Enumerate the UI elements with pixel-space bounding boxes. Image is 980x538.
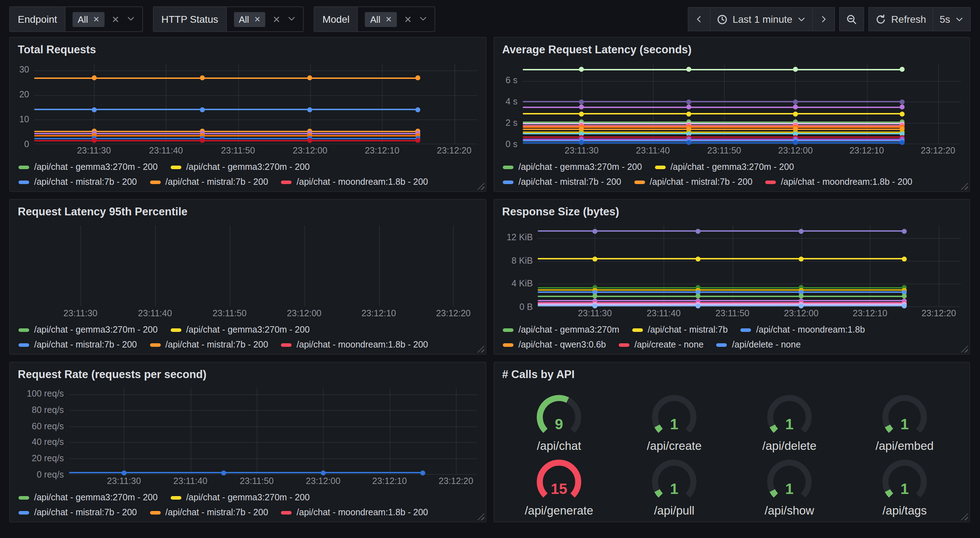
gauge-arc: 15 <box>528 453 590 505</box>
data-point <box>695 229 700 233</box>
legend-item[interactable]: /api/chat - gemma3:270m - 200 <box>19 162 158 172</box>
refresh-label: Refresh <box>891 14 926 25</box>
legend-item[interactable]: /api/chat - mistral:7b - 200 <box>150 177 268 187</box>
legend-item[interactable]: /api/chat - moondream:1.8b - 200 <box>281 340 428 350</box>
panel-title[interactable]: # Calls by API <box>494 362 969 381</box>
legend-item[interactable]: /api/chat - gemma3:270m - 200 <box>170 492 309 503</box>
legend-marker <box>619 343 629 346</box>
panel-title[interactable]: Request Latency 95th Percentile <box>10 200 486 218</box>
time-shift-forward-button[interactable] <box>813 7 835 31</box>
chevron-left-icon <box>695 15 703 24</box>
filter-value: All✕✕ <box>227 7 303 31</box>
gridline <box>732 225 733 306</box>
filter-selected-chip[interactable]: All✕ <box>73 12 105 27</box>
chevron-down-icon[interactable] <box>419 13 427 25</box>
legend-label: /api/chat - moondream:1.8b <box>756 325 865 335</box>
gauge-label: /api/tags <box>883 504 927 517</box>
remove-value-icon[interactable]: ✕ <box>254 14 260 24</box>
gridline <box>870 225 871 306</box>
legend-label: /api/chat - moondream:1.8b - 200 <box>781 177 912 187</box>
chevron-down-icon[interactable] <box>288 13 296 25</box>
legend-item[interactable]: /api/chat - moondream:1.8b - 200 <box>765 177 912 187</box>
x-axis-label: 23:12:20 <box>436 308 471 318</box>
x-axis-label: 23:11:50 <box>221 146 255 156</box>
x-axis-label: 23:12:10 <box>365 146 399 156</box>
dashboard-toolbar: EndpointAll✕✕HTTP StatusAll✕✕ModelAll✕✕ … <box>9 7 971 31</box>
legend-marker <box>765 180 776 184</box>
legend-item[interactable]: /api/chat - gemma3:270m - 200 <box>170 162 309 172</box>
legend-item[interactable]: /api/chat - mistral:7b - 200 <box>150 508 268 517</box>
legend-item[interactable]: /api/chat - mistral:7b - 200 <box>19 177 137 187</box>
gridline <box>323 388 324 474</box>
data-point <box>900 100 905 105</box>
clear-filter-icon[interactable]: ✕ <box>404 14 412 24</box>
legend-item[interactable]: /api/chat - mistral:7b - 200 <box>503 177 621 187</box>
gridline <box>538 284 961 284</box>
data-point <box>199 107 204 112</box>
legend-marker <box>19 343 29 346</box>
legend-item[interactable]: /api/chat - qwen3:0.6b <box>503 340 606 350</box>
legend-item[interactable]: /api/chat - mistral:7b - 200 <box>634 177 752 187</box>
legend-item[interactable]: /api/chat - gemma3:270m - 200 <box>655 162 794 172</box>
legend-item[interactable]: /api/chat - moondream:1.8b - 200 <box>281 508 428 517</box>
time-shift-back-button[interactable] <box>688 7 711 31</box>
legend-item[interactable]: /api/chat - mistral:7b <box>632 325 728 335</box>
remove-value-icon[interactable]: ✕ <box>93 14 99 24</box>
zoom-out-button[interactable] <box>839 7 864 31</box>
data-point <box>900 105 905 110</box>
zoom-out-icon <box>846 14 857 24</box>
filter-selected-chip[interactable]: All✕ <box>234 12 266 27</box>
gridline <box>69 410 477 411</box>
y-axis-label: 40 req/s <box>17 437 64 448</box>
panel-title[interactable]: Request Rate (requests per second) <box>10 362 486 381</box>
gauge-fill <box>888 426 891 431</box>
refresh-interval-button[interactable]: 5s <box>933 7 971 31</box>
chevron-down-icon[interactable] <box>127 13 135 25</box>
data-point <box>308 75 313 80</box>
legend-item[interactable]: /api/chat - mistral:7b - 200 <box>150 340 268 350</box>
legend-item[interactable]: /api/delete - none <box>716 340 801 350</box>
legend-marker <box>170 496 181 499</box>
legend-item[interactable]: /api/chat - moondream:1.8b <box>741 325 865 335</box>
legend-item[interactable]: /api/chat - gemma3:270m - 200 <box>19 492 158 503</box>
legend-item[interactable]: /api/chat - moondream:1.8b - 200 <box>281 177 428 187</box>
legend-item[interactable]: /api/chat - gemma3:270m <box>503 325 619 335</box>
x-axis-label: 23:12:10 <box>361 308 396 318</box>
panel-total-requests: Total Requests010203023:11:3023:11:4023:… <box>9 37 487 192</box>
plot-area-wrap: 0 s2 s4 s6 s <box>501 62 962 144</box>
gauge-api-embed: 1/api/embed <box>847 388 962 453</box>
legend-marker <box>503 343 514 346</box>
remove-value-icon[interactable]: ✕ <box>385 14 392 24</box>
x-axis-label: 23:11:50 <box>213 308 247 318</box>
filter-selected-chip[interactable]: All✕ <box>365 12 397 27</box>
gridline <box>390 388 390 474</box>
legend-row: /api/chat - mistral:7b - 200/api/chat - … <box>19 340 479 350</box>
clear-filter-icon[interactable]: ✕ <box>273 14 280 24</box>
legend-item[interactable]: /api/chat - gemma3:270m - 200 <box>19 325 158 335</box>
legend-label: /api/chat - qwen3:0.6b <box>519 340 606 350</box>
panel-title[interactable]: Total Requests <box>10 38 486 56</box>
x-axis-label: 23:11:30 <box>565 146 598 156</box>
clear-filter-icon[interactable]: ✕ <box>111 14 119 24</box>
legend-item[interactable]: /api/create - none <box>619 340 704 350</box>
time-range-button[interactable]: Last 1 minute <box>711 7 813 31</box>
legend-item[interactable]: /api/chat - gemma3:270m - 200 <box>503 162 642 172</box>
legend-item[interactable]: /api/chat - mistral:7b - 200 <box>19 508 137 517</box>
legend-item[interactable]: /api/chat - mistral:7b - 200 <box>19 340 137 350</box>
legend-item[interactable]: /api/chat - gemma3:270m - 200 <box>170 325 309 335</box>
gridline <box>69 427 477 427</box>
legend-marker <box>150 511 161 514</box>
x-axis-label: 23:11:30 <box>63 308 97 318</box>
y-axis-label: 20 <box>17 89 29 100</box>
x-axis-label: 23:11:50 <box>707 146 741 156</box>
y-axis-label: 12 KiB <box>501 232 533 243</box>
data-point <box>686 111 691 116</box>
x-axis-label: 23:12:20 <box>921 146 955 156</box>
y-axis-label: 20 req/s <box>17 453 64 464</box>
legend-label: /api/chat - gemma3:270m - 200 <box>34 492 158 503</box>
legend-row: /api/chat - gemma3:270m/api/chat - mistr… <box>503 325 962 335</box>
gauge-fill <box>657 491 661 496</box>
panel-title[interactable]: Average Request Latency (seconds) <box>494 38 969 56</box>
panel-title[interactable]: Response Size (bytes) <box>494 200 969 218</box>
refresh-button[interactable]: Refresh <box>869 7 933 31</box>
